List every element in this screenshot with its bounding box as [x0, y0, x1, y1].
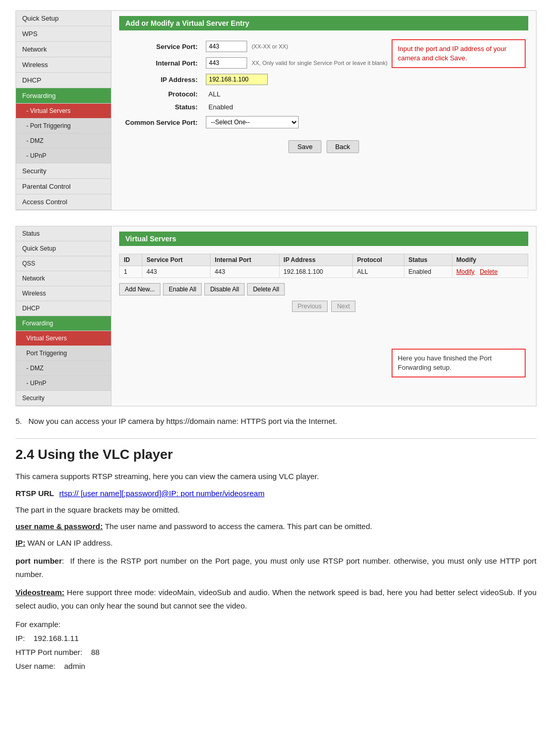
protocol-value: ALL	[208, 90, 220, 98]
status-value: Enabled	[208, 103, 233, 111]
col-status: Status	[404, 254, 452, 266]
common-service-select[interactable]: --Select One--	[206, 116, 299, 128]
callout-box-2: Here you have finished the Port Forwardi…	[392, 349, 526, 377]
delete-all-button[interactable]: Delete All	[247, 283, 285, 295]
status-label: Status:	[119, 101, 202, 113]
sidebar-item-parentalcontrol[interactable]: Parental Control	[16, 179, 111, 194]
callout-text-2: Here you have finished the Port Forwardi…	[398, 354, 492, 371]
back-button[interactable]: Back	[327, 140, 359, 153]
enable-all-button[interactable]: Enable All	[163, 283, 202, 295]
sidebar-item-security[interactable]: Security	[16, 163, 111, 179]
ip-address-label: IP Address:	[119, 71, 202, 88]
cell-internal-port: 443	[210, 266, 279, 278]
cell-protocol: ALL	[352, 266, 404, 278]
cell-service-port: 443	[142, 266, 210, 278]
sidebar-item-dmz[interactable]: - DMZ	[16, 134, 111, 149]
sidebar-item-dhcp[interactable]: DHCP	[16, 73, 111, 88]
sidebar2-item-quicksetup[interactable]: Quick Setup	[16, 241, 111, 256]
sidebar2-item-qss[interactable]: QSS	[16, 256, 111, 271]
col-service-port: Service Port	[142, 254, 210, 266]
sidebar-screenshot2: Status Quick Setup QSS Network Wireless …	[16, 226, 111, 406]
sidebar2-item-upnp[interactable]: - UPnP	[16, 376, 111, 391]
ip-info: IP: WAN or LAN IP address.	[15, 537, 537, 549]
sidebar-item-quicksetup[interactable]: Quick Setup	[16, 11, 111, 26]
main-panel-screenshot1: Add or Modify a Virtual Server Entry Ser…	[111, 11, 536, 210]
previous-button[interactable]: Previous	[292, 301, 328, 312]
sidebar-item-network[interactable]: Network	[16, 42, 111, 57]
rtsp-url-label: RTSP URL	[15, 489, 54, 498]
sidebar2-item-wireless[interactable]: Wireless	[16, 286, 111, 301]
cell-status: Enabled	[404, 266, 452, 278]
panel-header-2: Virtual Servers	[119, 232, 528, 246]
internal-port-input[interactable]	[206, 57, 247, 69]
save-button[interactable]: Save	[288, 140, 321, 153]
service-port-label: Service Port:	[119, 38, 202, 55]
sidebar2-item-security[interactable]: Security	[16, 391, 111, 406]
col-ip-address: IP Address	[279, 254, 352, 266]
internal-port-label: Internal Port:	[119, 55, 202, 71]
sidebar2-item-dmz[interactable]: - DMZ	[16, 361, 111, 376]
videostream-label: Videostream:	[15, 588, 64, 597]
sidebar2-item-porttriggering[interactable]: Port Triggering	[16, 346, 111, 361]
action-btn-row: Add New... Enable All Disable All Delete…	[119, 283, 528, 295]
callout-text-1: Input the port and IP address of your ca…	[398, 45, 507, 62]
service-port-hint: (XX-XX or XX)	[252, 43, 288, 50]
internal-port-hint: XX, Only valid for single Service Port o…	[252, 60, 388, 66]
sidebar-item-wireless[interactable]: Wireless	[16, 57, 111, 73]
section-24: 2.4 Using the VLC player This camera sup…	[15, 438, 537, 673]
sidebar-item-wps[interactable]: WPS	[16, 26, 111, 42]
col-id: ID	[120, 254, 142, 266]
sidebar-item-forwarding[interactable]: Forwarding	[16, 88, 111, 104]
sidebar2-item-forwarding[interactable]: Forwarding	[16, 316, 111, 331]
panel-header-1: Add or Modify a Virtual Server Entry	[119, 16, 528, 30]
example-block: For example: IP: 192.168.1.11 HTTP Port …	[15, 617, 537, 673]
port-number-text: If there is the RSTP port number on the …	[15, 556, 537, 579]
user-name-example: User name: admin	[15, 659, 537, 673]
col-internal-port: Internal Port	[210, 254, 279, 266]
videostream-info: Videostream: Here support three mode: vi…	[15, 586, 537, 612]
step5-text: 5. Now you can access your IP camera by …	[15, 417, 537, 425]
cell-ip: 192.168.1.100	[279, 266, 352, 278]
add-new-button[interactable]: Add New...	[119, 283, 160, 295]
delete-link[interactable]: Delete	[480, 268, 498, 275]
ip-text: WAN or LAN IP address.	[27, 538, 112, 547]
protocol-label: Protocol:	[119, 88, 202, 101]
step5-content: Now you can access your IP camera by htt…	[28, 417, 337, 425]
ip-address-input[interactable]	[206, 74, 268, 85]
sidebar-item-virtualservers[interactable]: - Virtual Servers	[16, 104, 111, 119]
sidebar2-item-status[interactable]: Status	[16, 226, 111, 241]
modify-link[interactable]: Modify	[457, 268, 475, 275]
sidebar2-item-network[interactable]: Network	[16, 271, 111, 286]
port-number-info: port number: If there is the RSTP port n…	[15, 554, 537, 581]
cell-modify: Modify Delete	[452, 266, 528, 278]
section-24-header: 2.4 Using the VLC player	[15, 438, 537, 463]
step5-number: 5.	[15, 417, 22, 425]
sidebar-item-porttriggering[interactable]: - Port Triggering	[16, 119, 111, 134]
example-label: For example:	[15, 617, 537, 631]
square-brackets-note: The part in the square brackets may be o…	[15, 504, 537, 516]
next-button[interactable]: Next	[331, 301, 355, 312]
form-btn-row: Save Back	[123, 134, 524, 160]
sidebar2-item-virtualservers[interactable]: Virtual Servers	[16, 331, 111, 346]
section-24-intro: This camera supports RTSP streaming, her…	[15, 470, 537, 483]
disable-all-button[interactable]: Disable All	[204, 283, 245, 295]
service-port-input[interactable]	[206, 41, 247, 52]
port-number-label: port number	[15, 556, 62, 565]
sidebar2-item-dhcp[interactable]: DHCP	[16, 301, 111, 316]
virtual-servers-table: ID Service Port Internal Port IP Address…	[119, 254, 528, 278]
sidebar-item-accesscontrol[interactable]: Access Control	[16, 194, 111, 210]
col-modify: Modify	[452, 254, 528, 266]
videostream-text: Here support three mode: videoMain, vide…	[15, 588, 537, 610]
user-name-text: The user name and password to access the…	[105, 522, 372, 531]
table-row: 1 443 443 192.168.1.100 ALL Enabled Modi…	[120, 266, 528, 278]
main-panel-screenshot2: Virtual Servers ID Service Port Internal…	[111, 226, 536, 406]
rtsp-url-row: RTSP URL rtsp:// [user name][:password]@…	[15, 489, 537, 498]
sidebar-item-upnp[interactable]: - UPnP	[16, 149, 111, 163]
user-name-info: user name & password: The user name and …	[15, 520, 537, 533]
ip-example: IP: 192.168.1.11	[15, 631, 537, 645]
col-protocol: Protocol	[352, 254, 404, 266]
pagination-row: Previous Next	[119, 300, 528, 313]
cell-id: 1	[120, 266, 142, 278]
rtsp-url-link[interactable]: rtsp:// [user name][:password]@IP: port …	[59, 489, 265, 498]
sidebar-screenshot1: Quick Setup WPS Network Wireless DHCP Fo…	[16, 11, 111, 210]
